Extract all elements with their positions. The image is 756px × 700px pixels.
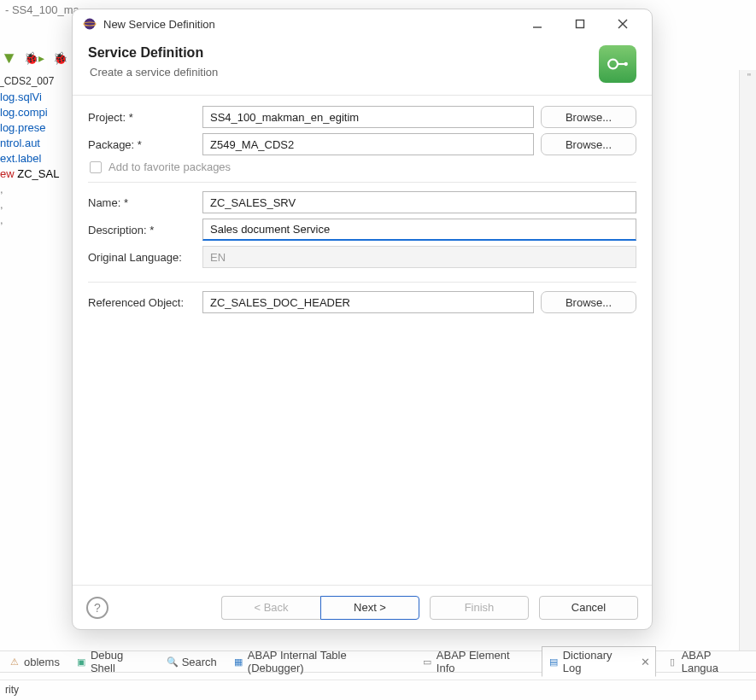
code-line: , [0, 182, 72, 197]
tab-search[interactable]: 🔍 Search [161, 654, 222, 670]
bottom-tabs: ⚠ oblems ▣ Debug Shell 🔍 Search ▦ ABAP I… [0, 650, 756, 673]
add-favorite-label: Add to favorite packages [108, 160, 231, 173]
code-line: ntrol.aut [0, 136, 72, 151]
svg-point-8 [624, 62, 628, 66]
original-language-input [202, 246, 636, 268]
package-label: Package: * [88, 138, 196, 151]
add-favorite-checkbox [90, 161, 102, 173]
service-definition-icon [599, 45, 636, 83]
back-button: < Back [221, 596, 320, 620]
next-button[interactable]: Next > [320, 596, 419, 620]
package-input[interactable] [202, 133, 534, 155]
form-area: Project: * Browse... Package: * Browse..… [73, 96, 652, 585]
finish-button: Finish [430, 596, 529, 620]
tab-label: oblems [24, 656, 60, 668]
svg-point-6 [608, 60, 618, 69]
close-icon[interactable]: ✕ [641, 656, 650, 668]
tab-label: Debug Shell [91, 649, 151, 674]
minimize-button[interactable] [519, 12, 556, 36]
tab-abap-internal-table[interactable]: ▦ ABAP Internal Table (Debugger) [227, 647, 411, 676]
editor-scrollbar[interactable] [739, 70, 756, 650]
browse-referenced-object-button[interactable]: Browse... [541, 291, 636, 313]
dialog-title: New Service Definition [103, 18, 512, 31]
section-location: Project: * Browse... Package: * Browse..… [88, 106, 636, 183]
svg-point-0 [85, 19, 96, 30]
warning-icon: ⚠ [9, 656, 21, 668]
tab-dictionary-log[interactable]: ▤ Dictionary Log ✕ [542, 646, 656, 677]
project-label: Project: * [88, 111, 196, 124]
description-input[interactable] [202, 219, 636, 241]
info-icon: ▭ [421, 656, 433, 668]
name-label: Name: * [88, 196, 196, 209]
close-button[interactable] [604, 12, 642, 36]
new-service-definition-dialog: New Service Definition Service Definitio… [72, 9, 653, 630]
code-editor-snippet: log.sqlVi log.compi log.prese ntrol.aut … [0, 90, 72, 228]
editor-overview-ruler: " [747, 72, 751, 84]
tab-label: Dictionary Log [563, 649, 634, 674]
drop-icon: ⯆ [3, 51, 15, 65]
tab-label: ABAP Element Info [437, 649, 531, 674]
dialog-titlebar: New Service Definition [73, 9, 652, 38]
bug-play-icon[interactable]: 🐞▸ [24, 51, 44, 65]
original-language-label: Original Language: [88, 251, 196, 264]
cancel-button[interactable]: Cancel [539, 596, 638, 620]
dialog-footer: ? < Back Next > Finish Cancel [73, 585, 652, 629]
tab-label: ABAP Internal Table (Debugger) [248, 649, 406, 674]
bug-icon[interactable]: 🐞 [53, 51, 67, 65]
tab-abap-element-info[interactable]: ▭ ABAP Element Info [416, 647, 536, 676]
section-reference: Referenced Object: Browse... [88, 291, 636, 327]
description-label: Description: * [88, 224, 196, 236]
tab-label: ABAP Langua [682, 649, 751, 674]
status-bar: rity [0, 680, 756, 700]
browse-package-button[interactable]: Browse... [541, 133, 636, 155]
code-line: , [0, 197, 72, 213]
editor-tab-label[interactable]: _CDS2_007 [0, 75, 54, 87]
section-identity: Name: * Description: * Original Language… [88, 191, 636, 283]
code-line: ew ZC_SAL [0, 166, 72, 182]
banner-heading: Service Definition [88, 45, 218, 61]
search-icon: 🔍 [167, 656, 179, 668]
code-line: ext.label [0, 151, 72, 166]
code-line: log.compi [0, 105, 72, 120]
doc-icon: ▯ [666, 656, 678, 668]
ide-toolbar: ⯆ 🐞▸ 🐞 [3, 51, 67, 65]
code-line: log.prese [0, 120, 72, 136]
referenced-object-input[interactable] [202, 291, 534, 313]
svg-rect-3 [577, 20, 584, 28]
table-icon: ▦ [232, 656, 244, 668]
debug-icon: ▣ [75, 656, 87, 668]
browse-project-button[interactable]: Browse... [541, 106, 636, 128]
tab-label: Search [182, 656, 217, 668]
referenced-object-label: Referenced Object: [88, 296, 196, 309]
tab-debug-shell[interactable]: ▣ Debug Shell [70, 647, 156, 676]
code-line: log.sqlVi [0, 90, 72, 105]
tab-problems[interactable]: ⚠ oblems [3, 654, 65, 670]
banner-subtext: Create a service definition [88, 66, 218, 79]
tab-abap-language[interactable]: ▯ ABAP Langua [661, 647, 756, 676]
dialog-banner: Service Definition Create a service defi… [73, 38, 652, 96]
help-button[interactable]: ? [86, 597, 108, 619]
log-icon: ▤ [548, 656, 560, 668]
maximize-button[interactable] [561, 12, 599, 36]
eclipse-icon [83, 17, 97, 31]
name-input[interactable] [202, 191, 636, 213]
code-line: , [0, 213, 72, 228]
project-input[interactable] [202, 106, 534, 128]
